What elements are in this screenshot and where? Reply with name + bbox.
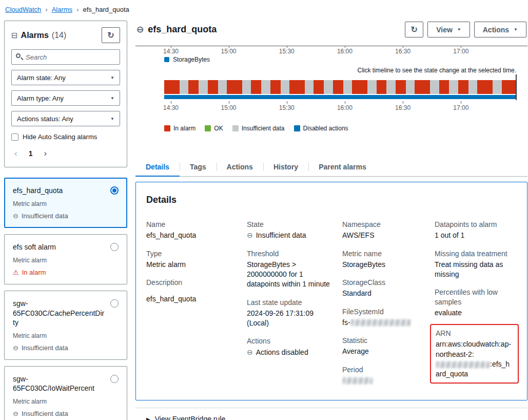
timeline-segment-insufficient[interactable] xyxy=(281,80,289,94)
timeline-segment-alarm[interactable] xyxy=(333,80,343,94)
collapse-section-icon[interactable]: ⊟ xyxy=(11,31,18,40)
alarm-detail-panel: ⊖ efs_hard_quota ↻ View ▼ Actions ▼ 14:3… xyxy=(135,21,527,420)
timeline-segment-insufficient[interactable] xyxy=(180,80,188,94)
breadcrumb-link-cloudwatch[interactable]: CloudWatch xyxy=(5,6,41,13)
actions-value-text: Actions disabled xyxy=(256,348,308,357)
field-label-datapoints: Datapoints to alarm xyxy=(435,220,510,229)
alarm-list-item-io-wait-percent[interactable]: sgw-65FC030C/IoWaitPercent Metric alarm … xyxy=(4,366,127,420)
timeline-segment-alarm[interactable] xyxy=(251,80,261,94)
view-dropdown-button[interactable]: View ▼ xyxy=(427,22,470,37)
timeline-segment-insufficient[interactable] xyxy=(386,80,396,94)
hide-autoscaling-row[interactable]: Hide Auto Scaling alarms xyxy=(11,133,120,141)
timeline-segment-alarm[interactable] xyxy=(458,80,468,94)
in-alarm-warning-icon: ⚠ xyxy=(13,269,19,276)
timeline-segment-insufficient[interactable] xyxy=(218,80,227,94)
field-value-metric-name: StorageBytes xyxy=(342,260,427,270)
bottom-ticks: 14:3015:0015:3016:0016:3017:00 xyxy=(164,103,516,111)
field-label-arn: ARN xyxy=(436,329,513,338)
alarm-name[interactable]: sgw-65FC030C/IoWaitPercent xyxy=(13,374,106,393)
actions-track xyxy=(164,95,516,99)
tab-details[interactable]: Details xyxy=(135,158,180,176)
timeline-segment-insufficient[interactable] xyxy=(367,80,376,94)
previous-page-icon[interactable]: ‹ xyxy=(14,148,17,159)
next-page-icon[interactable]: › xyxy=(44,148,47,159)
field-value-name: efs_hard_quota xyxy=(146,231,240,240)
alarm-name[interactable]: efs soft alarm xyxy=(13,242,56,252)
top-ticks: 14:3015:0015:3016:0016:3017:00 xyxy=(164,46,516,55)
alarm-state-track[interactable] xyxy=(164,80,516,94)
alarm-radio[interactable] xyxy=(110,375,119,383)
refresh-alarms-button[interactable]: ↻ xyxy=(102,27,120,43)
timeline-segment-insufficient[interactable] xyxy=(242,80,251,94)
breadcrumb-link-alarms[interactable]: Alarms xyxy=(52,6,72,13)
field-value-missing-data: Treat missing data as missing xyxy=(435,260,510,280)
alarm-radio-selected[interactable] xyxy=(110,186,119,195)
alarm-name[interactable]: sgw-65FC030C/CachePercentDirty xyxy=(13,299,106,327)
legend-swatch xyxy=(294,125,300,131)
timeline-segment-insufficient[interactable] xyxy=(406,80,415,94)
redacted-account-id xyxy=(436,361,490,368)
timeline-segment-insufficient[interactable] xyxy=(449,80,458,94)
timeline-segment-alarm[interactable] xyxy=(208,80,218,94)
tick-label: 17:00 xyxy=(453,48,468,55)
alarm-list-item-efs-soft-alarm[interactable]: efs soft alarm Metric alarm ⚠ In alarm xyxy=(4,234,127,284)
tab-history[interactable]: History xyxy=(263,158,308,176)
arn-prefix: arn:aws:cloudwatch:ap-northeast-2: xyxy=(436,340,511,358)
timeline-segment-alarm[interactable] xyxy=(314,80,324,94)
actions-dropdown-button[interactable]: Actions ▼ xyxy=(474,22,526,37)
caret-down-icon: ▼ xyxy=(514,27,518,32)
legend-label: Insufficient data xyxy=(242,125,285,132)
timeline-segment-insufficient[interactable] xyxy=(430,80,439,94)
hide-autoscaling-checkbox[interactable] xyxy=(11,133,18,141)
timeline-segment-alarm[interactable] xyxy=(352,80,367,94)
breadcrumb: CloudWatch › Alarms › efs_hard_quota xyxy=(0,0,528,17)
timeline-segment-alarm[interactable] xyxy=(377,80,387,94)
timeline-segment-insufficient[interactable] xyxy=(305,80,314,94)
timeline-segment-alarm[interactable] xyxy=(477,80,493,94)
series-label: StorageBytes xyxy=(173,56,210,63)
actions-status-filter[interactable]: Actions status: Any ▼ xyxy=(11,111,120,126)
tick-label: 16:30 xyxy=(395,48,410,55)
timeline-segment-alarm[interactable] xyxy=(502,80,516,94)
alarm-list-item-cache-percent-dirty[interactable]: sgw-65FC030C/CachePercentDirty Metric al… xyxy=(4,291,127,360)
tab-tags[interactable]: Tags xyxy=(180,158,217,176)
timeline-segment-alarm[interactable] xyxy=(227,80,242,94)
tick-label: 16:30 xyxy=(395,104,410,111)
timeline-segment-alarm[interactable] xyxy=(164,80,180,94)
alarm-name[interactable]: efs_hard_quota xyxy=(13,186,63,195)
timeline-segment-alarm[interactable] xyxy=(439,80,449,94)
field-value-filesystemid: fs- xyxy=(342,318,427,328)
timeline-segment-insufficient[interactable] xyxy=(343,80,352,94)
alarm-state-text: In alarm xyxy=(22,269,46,276)
legend-item: In alarm xyxy=(164,125,195,132)
alarm-type-filter[interactable]: Alarm type: Any ▼ xyxy=(11,90,120,106)
refresh-detail-button[interactable]: ↻ xyxy=(405,22,423,37)
field-value-actions: ⊖ Actions disabled xyxy=(247,348,335,357)
insufficient-data-icon: ⊖ xyxy=(247,231,253,240)
tab-actions[interactable]: Actions xyxy=(217,158,263,176)
alarm-state-filter[interactable]: Alarm state: Any ▼ xyxy=(11,70,120,85)
timeline-segment-alarm[interactable] xyxy=(415,80,430,94)
timeline-segment-insufficient[interactable] xyxy=(493,80,501,94)
timeline-segment-alarm[interactable] xyxy=(270,80,281,94)
caret-down-icon: ▼ xyxy=(110,75,114,80)
tab-parent-alarms[interactable]: Parent alarms xyxy=(308,158,377,176)
alarm-list-item-efs-hard-quota[interactable]: efs_hard_quota Metric alarm ⊖ Insufficie… xyxy=(4,178,127,228)
eventbridge-expander[interactable]: ▶ View EventBridge rule xyxy=(135,408,527,420)
current-page[interactable]: 1 xyxy=(29,149,33,158)
search-input[interactable] xyxy=(11,49,120,65)
timeline-segment-insufficient[interactable] xyxy=(261,80,270,94)
tick-label: 14:30 xyxy=(163,48,179,55)
tick-label: 15:30 xyxy=(279,104,295,111)
eventbridge-label: View EventBridge rule xyxy=(155,415,225,420)
timeline-segment-insufficient[interactable] xyxy=(324,80,333,94)
filesystem-prefix: fs- xyxy=(342,318,350,327)
alarm-radio[interactable] xyxy=(110,299,119,308)
timeline-segment-alarm[interactable] xyxy=(396,80,406,94)
timeline-segment-alarm[interactable] xyxy=(289,80,305,94)
alarm-radio[interactable] xyxy=(110,243,119,251)
timeline-segment-insufficient[interactable] xyxy=(468,80,477,94)
timeline-segment-alarm[interactable] xyxy=(188,80,199,94)
tick-label: 14:30 xyxy=(163,104,179,111)
timeline-segment-insufficient[interactable] xyxy=(199,80,208,94)
